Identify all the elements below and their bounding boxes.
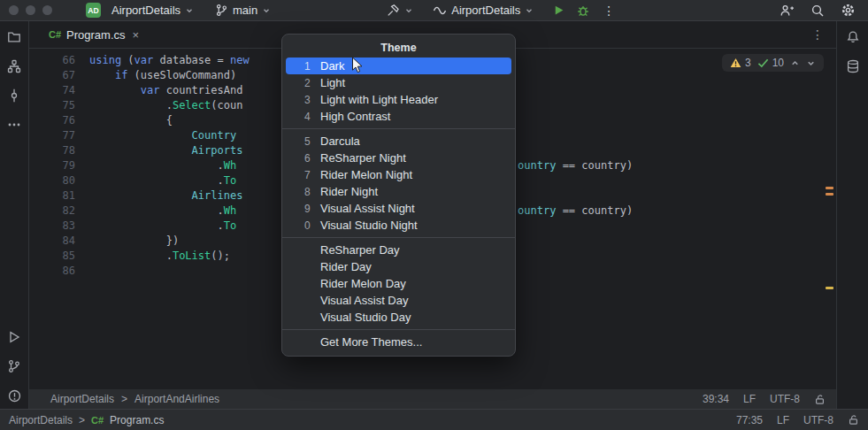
solution-structure-icon[interactable] bbox=[7, 59, 21, 73]
line-number: 79 bbox=[29, 158, 75, 173]
code-text: using (var database = new bbox=[89, 53, 250, 68]
code-text: Airports bbox=[89, 143, 242, 158]
warning-triangle-icon bbox=[730, 58, 741, 68]
csharp-file-icon: C# bbox=[91, 415, 104, 426]
debug-button[interactable] bbox=[576, 4, 590, 18]
scrollbar-change-mark[interactable] bbox=[826, 187, 833, 189]
notifications-bell-icon[interactable] bbox=[846, 30, 860, 44]
line-number: 81 bbox=[29, 188, 75, 203]
file-encoding[interactable]: UTF-8 bbox=[803, 414, 833, 426]
caret-position[interactable]: 77:35 bbox=[736, 414, 763, 426]
window-zoom-button[interactable] bbox=[42, 5, 52, 15]
theme-menu-item[interactable]: 9Visual Assist Night bbox=[286, 200, 511, 217]
chevron-down-icon bbox=[185, 6, 194, 15]
unlocked-padlock-icon[interactable] bbox=[848, 414, 859, 426]
theme-menu-item[interactable]: 0Visual Studio Night bbox=[286, 217, 511, 234]
run-config-selector[interactable]: AirportDetails bbox=[428, 2, 538, 19]
code-text: Airlines bbox=[89, 188, 242, 203]
build-hammer-icon bbox=[386, 4, 400, 18]
next-problem-chevron-down-icon[interactable] bbox=[806, 58, 816, 68]
commit-icon[interactable] bbox=[7, 88, 21, 103]
run-button[interactable] bbox=[552, 4, 565, 17]
statusbar-separator: > bbox=[79, 414, 85, 426]
add-user-icon[interactable] bbox=[780, 4, 795, 18]
line-separator[interactable]: LF bbox=[777, 414, 789, 426]
window-close-button[interactable] bbox=[9, 5, 19, 15]
line-number: 85 bbox=[29, 249, 75, 264]
tab-close-icon[interactable]: × bbox=[133, 28, 140, 42]
caret-position[interactable]: 39:34 bbox=[703, 393, 729, 405]
theme-menu-item[interactable]: Visual Assist Day bbox=[286, 292, 511, 309]
inspections-widget[interactable]: 3 10 bbox=[722, 54, 824, 72]
menu-item-label: High Contrast bbox=[320, 110, 390, 123]
theme-menu-item[interactable]: 8Rider Night bbox=[286, 183, 511, 200]
csharp-file-icon: C# bbox=[49, 29, 61, 40]
search-icon[interactable] bbox=[810, 4, 825, 18]
left-toolbar bbox=[0, 21, 29, 409]
code-text: { bbox=[89, 113, 173, 128]
menu-separator bbox=[282, 329, 515, 330]
more-dots-icon[interactable] bbox=[7, 118, 21, 132]
line-number: 83 bbox=[29, 219, 75, 234]
build-button[interactable] bbox=[381, 2, 418, 19]
titlebar: AD AirportDetails main bbox=[0, 0, 868, 21]
run-more-kebab-menu[interactable]: ⋮ bbox=[603, 4, 615, 17]
menu-item-label: Light bbox=[320, 76, 345, 89]
chevron-down-icon bbox=[525, 6, 534, 15]
line-number: 74 bbox=[29, 83, 75, 98]
branch-selector[interactable]: main bbox=[211, 2, 275, 19]
prev-problem-chevron-up-icon[interactable] bbox=[790, 58, 800, 68]
menu-item-shortcut: 8 bbox=[304, 186, 320, 198]
theme-menu-item[interactable]: Rider Day bbox=[286, 258, 511, 275]
breadcrumb-item[interactable]: AirportDetails bbox=[50, 393, 114, 405]
project-badge: AD bbox=[86, 3, 101, 18]
statusbar-project[interactable]: AirportDetails bbox=[9, 414, 73, 426]
line-number: 67 bbox=[29, 68, 75, 83]
run-tool-window-icon[interactable] bbox=[7, 330, 21, 344]
theme-menu-item[interactable]: 2Light bbox=[286, 74, 511, 91]
menu-separator bbox=[282, 237, 515, 238]
menu-item-shortcut: 4 bbox=[304, 111, 320, 123]
project-folder-icon[interactable] bbox=[7, 30, 21, 44]
statusbar-file[interactable]: Program.cs bbox=[110, 414, 164, 426]
theme-menu-item[interactable]: 5Darcula bbox=[286, 133, 511, 150]
scrollbar-change-mark[interactable] bbox=[826, 287, 833, 289]
vcs-branch-icon[interactable] bbox=[7, 359, 21, 373]
settings-gear-icon[interactable] bbox=[841, 3, 856, 18]
menu-item-shortcut: 9 bbox=[304, 203, 320, 215]
theme-menu-item[interactable]: Rider Melon Day bbox=[286, 275, 511, 292]
theme-menu-item[interactable]: Visual Studio Day bbox=[286, 309, 511, 326]
chevron-down-icon bbox=[404, 6, 413, 15]
theme-menu-item[interactable]: 7Rider Melon Night bbox=[286, 166, 511, 183]
tab-options-kebab-menu[interactable]: ⋮ bbox=[811, 27, 824, 42]
unlocked-padlock-icon[interactable] bbox=[814, 394, 826, 405]
theme-menu-item[interactable]: 4High Contrast bbox=[286, 108, 511, 125]
file-encoding[interactable]: UTF-8 bbox=[770, 393, 800, 405]
breadcrumb-item[interactable]: AirportAndAirlines bbox=[134, 393, 219, 405]
scrollbar-change-mark[interactable] bbox=[826, 193, 833, 196]
line-number: 66 bbox=[29, 53, 75, 68]
menu-separator bbox=[282, 128, 515, 129]
theme-menu-item[interactable]: Get More Themes... bbox=[286, 334, 511, 350]
line-number: 77 bbox=[29, 128, 75, 143]
theme-menu-item[interactable]: 6ReSharper Night bbox=[286, 150, 511, 166]
tab-program-cs[interactable]: C# Program.cs × bbox=[40, 21, 148, 48]
code-text: .To bbox=[89, 173, 236, 188]
menu-item-label: Rider Day bbox=[320, 260, 372, 273]
project-name: AirportDetails bbox=[111, 4, 181, 17]
run-config-name: AirportDetails bbox=[451, 4, 520, 17]
line-number: 78 bbox=[29, 143, 75, 158]
window-minimize-button[interactable] bbox=[26, 5, 35, 15]
chevron-down-icon bbox=[262, 6, 271, 15]
theme-menu-item[interactable]: 1Dark bbox=[286, 58, 511, 74]
database-icon[interactable] bbox=[846, 59, 860, 73]
menu-item-shortcut: 3 bbox=[304, 94, 320, 106]
branch-icon bbox=[215, 4, 228, 17]
project-selector[interactable]: AirportDetails bbox=[107, 2, 198, 19]
problems-icon[interactable] bbox=[7, 388, 22, 403]
theme-menu-item[interactable]: ReSharper Day bbox=[286, 242, 511, 258]
breadcrumb-separator: > bbox=[121, 393, 127, 405]
theme-menu-item[interactable]: 3Light with Light Header bbox=[286, 91, 511, 108]
menu-item-shortcut: 6 bbox=[304, 152, 320, 165]
line-separator[interactable]: LF bbox=[743, 393, 756, 405]
